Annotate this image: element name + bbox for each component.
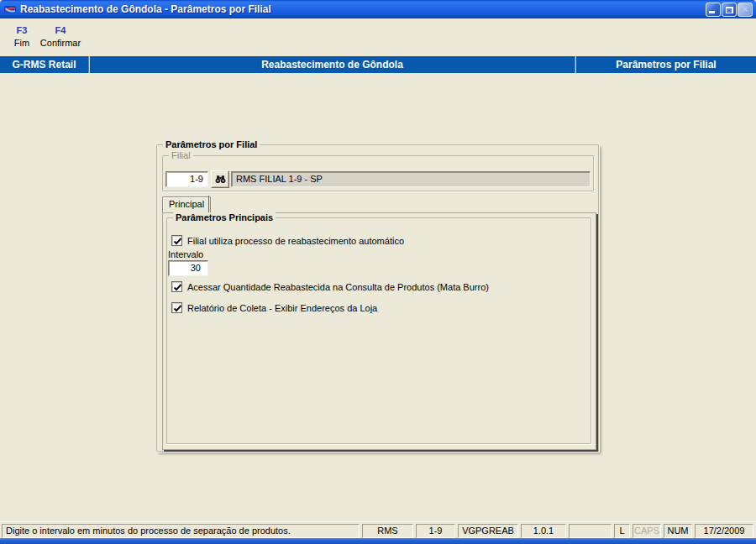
groupbox-title: Parâmetros por Filial <box>163 139 260 150</box>
header-module-name: Reabastecimento de Gôndola <box>90 56 575 73</box>
parametros-principais-groupbox: Parâmetros Principais <box>166 217 591 444</box>
minimize-button[interactable] <box>706 3 721 17</box>
filial-code-input[interactable]: 1-9 <box>165 171 208 187</box>
checkbox-label: Acessar Quantidade Reabastecida na Consu… <box>187 282 489 292</box>
status-empty <box>569 524 612 538</box>
check-icon <box>172 303 183 314</box>
checkbox-box[interactable] <box>171 302 182 313</box>
fim-label: Fim <box>8 38 35 48</box>
status-caps-indicator: CAPS <box>633 524 661 538</box>
checkbox-reabastecimento-automatico[interactable]: Filial utiliza processo de reabastecimen… <box>171 235 404 246</box>
checkbox-box[interactable] <box>171 235 182 246</box>
app-icon <box>3 3 17 16</box>
toolbar: F3 Fim F4 Confirmar <box>0 18 756 56</box>
toolbar-button-fim[interactable]: F3 Fim <box>8 25 35 48</box>
status-program: VGPGREAB <box>458 524 518 538</box>
filial-search-button[interactable] <box>211 170 229 188</box>
status-l-indicator: L <box>614 524 630 538</box>
header-app-name: G-RMS Retail <box>0 56 88 73</box>
checkbox-label: Relatório de Coleta - Exibir Endereços d… <box>187 303 377 313</box>
checkbox-label: Filial utiliza processo de reabastecimen… <box>187 236 404 246</box>
check-icon <box>172 236 183 247</box>
f4-key-label: F4 <box>39 25 81 35</box>
window-title: Reabastecimento de Gôndola - Parâmetros … <box>20 3 271 15</box>
checkbox-box[interactable] <box>171 281 182 292</box>
intervalo-label: Intervalo <box>168 249 203 260</box>
status-message: Digite o intervalo em minutos do process… <box>2 524 360 538</box>
minimize-icon <box>709 11 715 13</box>
checkbox-relatorio-coleta[interactable]: Relatório de Coleta - Exibir Endereços d… <box>171 302 377 313</box>
checkbox-mata-burro[interactable]: Acessar Quantidade Reabastecida na Consu… <box>171 281 489 292</box>
f3-key-label: F3 <box>8 25 35 35</box>
bottom-edge-strip <box>0 538 756 544</box>
status-version: 1.0.1 <box>521 524 566 538</box>
tab-separator <box>208 196 209 212</box>
status-filial: 1-9 <box>416 524 455 538</box>
header-band: G-RMS Retail Reabastecimento de Gôndola … <box>0 56 756 73</box>
close-button[interactable]: × <box>738 3 753 17</box>
filial-group-title: Filial <box>169 150 193 161</box>
tab-principal-label: Principal <box>169 199 204 209</box>
check-icon <box>172 282 183 293</box>
header-screen-name: Parâmetros por Filial <box>576 56 756 73</box>
search-icon <box>214 173 227 186</box>
status-date: 17/2/2009 <box>695 524 753 538</box>
status-num-indicator: NUM <box>664 524 692 538</box>
intervalo-input[interactable]: 30 <box>168 260 208 276</box>
restore-button[interactable] <box>722 3 737 17</box>
status-bar: Digite o intervalo em minutos do process… <box>0 521 756 538</box>
parametros-principais-title: Parâmetros Principais <box>173 212 276 223</box>
title-bar: Reabastecimento de Gôndola - Parâmetros … <box>0 0 756 18</box>
close-icon: × <box>743 4 748 14</box>
restore-icon <box>726 7 733 13</box>
tab-principal[interactable]: Principal <box>162 196 211 212</box>
confirmar-label: Confirmar <box>39 38 81 48</box>
filial-description-field: RMS FILIAL 1-9 - SP <box>231 171 591 187</box>
toolbar-button-confirmar[interactable]: F4 Confirmar <box>39 25 81 48</box>
status-user: RMS <box>362 524 413 538</box>
